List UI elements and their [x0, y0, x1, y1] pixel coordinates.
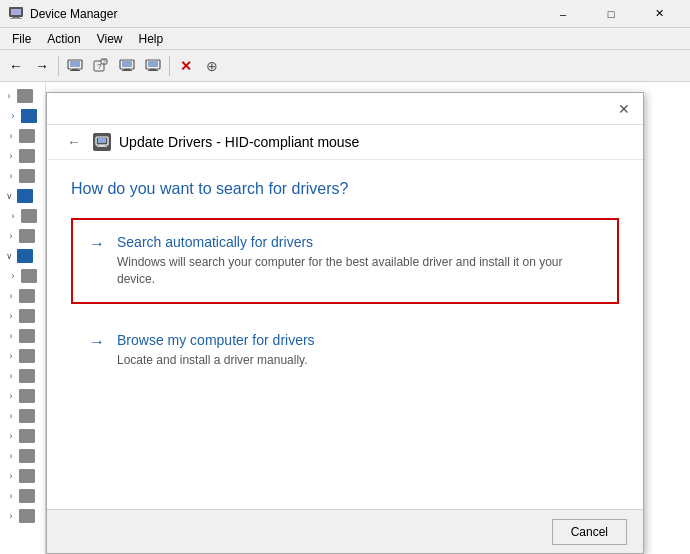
menu-bar: File Action View Help	[0, 28, 690, 50]
toolbar-back[interactable]: ←	[4, 54, 28, 78]
update-drivers-dialog: ✕ ← Update Drivers - HID-compliant mouse…	[46, 92, 644, 554]
svg-rect-17	[148, 61, 158, 67]
dialog-nav-icon	[93, 133, 111, 151]
toolbar-forward[interactable]: →	[30, 54, 54, 78]
dialog-nav-title: Update Drivers - HID-compliant mouse	[119, 134, 359, 150]
dialog-close-button[interactable]: ✕	[613, 98, 635, 120]
tree-row: ›	[0, 266, 45, 286]
dialog-body: How do you want to search for drivers? →…	[47, 160, 643, 408]
window-controls: – □ ✕	[540, 0, 682, 28]
toolbar-device2[interactable]	[141, 54, 165, 78]
svg-rect-5	[70, 61, 80, 67]
dialog-question: How do you want to search for drivers?	[71, 180, 619, 198]
svg-rect-13	[122, 61, 132, 67]
svg-rect-18	[150, 69, 156, 70]
tree-row: ›	[0, 366, 45, 386]
close-button[interactable]: ✕	[636, 0, 682, 28]
tree-row: ›	[0, 226, 45, 246]
tree-row: ›	[0, 326, 45, 346]
svg-text:?: ?	[102, 58, 106, 65]
tree-row: ›	[0, 206, 45, 226]
option-2-desc: Locate and install a driver manually.	[117, 352, 315, 369]
tree-row: ›	[0, 286, 45, 306]
tree-row: ›	[0, 406, 45, 426]
option-arrow-2: →	[89, 333, 105, 351]
tree-row: ›	[0, 426, 45, 446]
toolbar: ← → ? ? ✕ ⊕	[0, 50, 690, 82]
dialog-nav: ← Update Drivers - HID-compliant mouse	[47, 125, 643, 160]
option-1-content: Search automatically for drivers Windows…	[117, 234, 601, 288]
svg-rect-21	[98, 138, 106, 143]
toolbar-help[interactable]: ? ?	[89, 54, 113, 78]
svg-rect-6	[72, 69, 78, 70]
svg-rect-2	[10, 18, 22, 19]
svg-rect-15	[122, 70, 132, 71]
tree-row: ›	[0, 306, 45, 326]
option-2-content: Browse my computer for drivers Locate an…	[117, 332, 315, 369]
toolbar-device[interactable]	[115, 54, 139, 78]
title-bar: Device Manager – □ ✕	[0, 0, 690, 28]
option-2-title: Browse my computer for drivers	[117, 332, 315, 348]
toolbar-computer[interactable]	[63, 54, 87, 78]
menu-file[interactable]: File	[4, 30, 39, 48]
toolbar-separator-1	[58, 56, 59, 76]
tree-row: ›	[0, 106, 45, 126]
tree-row: ›	[0, 506, 45, 526]
search-automatically-option[interactable]: → Search automatically for drivers Windo…	[71, 218, 619, 304]
dialog-back-button[interactable]: ←	[63, 131, 85, 153]
svg-rect-14	[124, 69, 130, 70]
device-tree-panel: › › › › › ∨ › ›	[0, 82, 46, 554]
option-1-title: Search automatically for drivers	[117, 234, 601, 250]
option-arrow-1: →	[89, 235, 105, 253]
svg-rect-22	[99, 145, 105, 146]
maximize-button[interactable]: □	[588, 0, 634, 28]
tree-row: ∨	[0, 186, 45, 206]
tree-row: ›	[0, 446, 45, 466]
menu-help[interactable]: Help	[131, 30, 172, 48]
dialog-titlebar: ✕	[47, 93, 643, 125]
browse-computer-option[interactable]: → Browse my computer for drivers Locate …	[71, 316, 619, 385]
tree-row: ›	[0, 166, 45, 186]
app-icon	[8, 6, 24, 22]
cancel-button[interactable]: Cancel	[552, 519, 627, 545]
tree-row: ›	[0, 386, 45, 406]
tree-row: ›	[0, 346, 45, 366]
svg-rect-19	[148, 70, 158, 71]
toolbar-remove[interactable]: ✕	[174, 54, 198, 78]
menu-view[interactable]: View	[89, 30, 131, 48]
tree-row: ›	[0, 126, 45, 146]
svg-rect-3	[11, 9, 21, 15]
tree-row: ∨	[0, 246, 45, 266]
dialog-footer: Cancel	[47, 509, 643, 553]
tree-row: ›	[0, 486, 45, 506]
menu-action[interactable]: Action	[39, 30, 88, 48]
toolbar-add[interactable]: ⊕	[200, 54, 224, 78]
option-1-desc: Windows will search your computer for th…	[117, 254, 601, 288]
svg-rect-23	[97, 146, 107, 147]
svg-rect-7	[70, 70, 80, 71]
tree-row: ›	[0, 86, 45, 106]
tree-row: ›	[0, 466, 45, 486]
tree-row: ›	[0, 146, 45, 166]
toolbar-separator-2	[169, 56, 170, 76]
window-title: Device Manager	[30, 7, 540, 21]
minimize-button[interactable]: –	[540, 0, 586, 28]
